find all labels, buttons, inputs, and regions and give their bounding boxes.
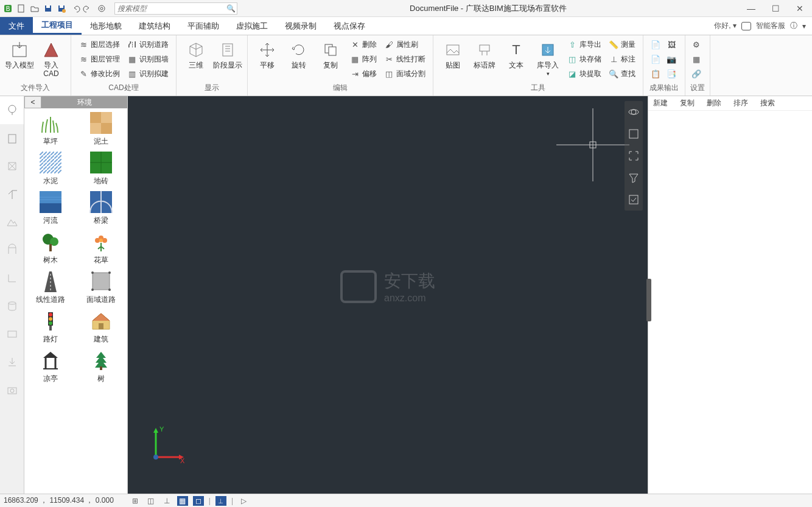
status-btn-5[interactable]: ◻ xyxy=(193,496,204,506)
output-btn-1[interactable]: 📄 xyxy=(648,38,663,51)
import-cad-button[interactable]: 导入CAD xyxy=(37,38,66,78)
rp-tab-search[interactable]: 搜索 xyxy=(760,98,775,108)
left-tab-building[interactable] xyxy=(0,124,24,152)
left-tab-lshape[interactable] xyxy=(0,264,24,292)
menu-tab-structure[interactable]: 建筑结构 xyxy=(130,17,179,35)
settings-icon[interactable] xyxy=(96,3,107,14)
identify-road-button[interactable]: ⛙识别道路 xyxy=(125,38,171,51)
minimize-button[interactable]: — xyxy=(739,0,763,17)
palette-item-river[interactable]: 河流 xyxy=(27,191,75,226)
status-btn-6[interactable]: ⟂ xyxy=(215,496,226,506)
left-tab-frame[interactable] xyxy=(0,152,24,180)
text-button[interactable]: T文本 xyxy=(502,38,531,69)
output-btn-2[interactable]: 🖼 xyxy=(664,38,679,51)
output-btn-5[interactable]: 📋 xyxy=(648,67,663,80)
line-break-button[interactable]: ✂线性打断 xyxy=(382,52,428,66)
checklist-button[interactable] xyxy=(625,189,643,211)
menu-tab-plane[interactable]: 平面辅助 xyxy=(179,17,228,35)
import-model-button[interactable]: 导入模型 xyxy=(5,38,34,69)
layer-manage-button[interactable]: ≋图层管理 xyxy=(76,52,122,66)
rp-tab-new[interactable]: 新建 xyxy=(653,98,668,108)
smart-service[interactable]: 智能客服 xyxy=(756,21,785,31)
logo-icon[interactable]: B xyxy=(2,3,13,14)
identify-build-button[interactable]: ▥识别拟建 xyxy=(125,67,171,80)
left-tab-gate[interactable] xyxy=(0,236,24,264)
rp-tab-copy[interactable]: 复制 xyxy=(680,98,695,108)
status-btn-7[interactable]: ▷ xyxy=(238,496,249,506)
menu-file[interactable]: 文件 xyxy=(0,17,33,35)
rp-tab-sort[interactable]: 排序 xyxy=(733,98,748,108)
menu-tab-terrain[interactable]: 地形地貌 xyxy=(82,17,130,35)
measure-button[interactable]: 📏测量 xyxy=(606,38,638,51)
output-btn-6[interactable]: 📑 xyxy=(664,67,679,80)
info-icon[interactable]: ⓘ xyxy=(790,21,797,31)
maximize-button[interactable]: ☐ xyxy=(763,0,788,17)
palette-item-tile[interactable]: 地砖 xyxy=(77,152,125,186)
offset-button[interactable]: ⇥偏移 xyxy=(348,67,379,80)
settings-btn-2[interactable]: ▦ xyxy=(690,52,702,66)
palette-item-lamp[interactable]: 路灯 xyxy=(27,310,75,344)
palette-item-trees[interactable]: 树木 xyxy=(27,231,75,265)
left-tab-crane[interactable] xyxy=(0,180,24,208)
settings-btn-1[interactable]: ⚙ xyxy=(690,38,702,51)
dropdown-icon[interactable]: ▾ xyxy=(802,22,806,30)
copy-button[interactable]: 复制 xyxy=(316,38,345,69)
redo-icon[interactable] xyxy=(83,3,94,14)
array-button[interactable]: ▦阵列 xyxy=(348,52,379,66)
status-btn-3[interactable]: ⊥ xyxy=(161,496,172,506)
identify-wall-button[interactable]: ▦识别围墙 xyxy=(125,52,171,66)
save-as-icon[interactable] xyxy=(56,3,67,14)
status-btn-2[interactable]: ◫ xyxy=(145,496,156,506)
output-btn-3[interactable]: 📄 xyxy=(648,52,663,66)
left-tab-cylinder[interactable] xyxy=(0,292,24,320)
left-tab-tree[interactable] xyxy=(0,96,24,124)
search-icon[interactable]: 🔍 xyxy=(225,4,237,13)
fullscreen-button[interactable] xyxy=(625,145,643,167)
palette-back-button[interactable]: < xyxy=(24,96,41,108)
block-extract-button[interactable]: ◪块提取 xyxy=(565,67,604,80)
lib-export-button[interactable]: ⇧库导出 xyxy=(565,38,604,51)
save-icon[interactable] xyxy=(43,3,54,14)
lib-import-button[interactable]: 库导入▾ xyxy=(533,38,562,77)
left-tab-camera[interactable] xyxy=(0,376,24,404)
left-tab-download[interactable] xyxy=(0,348,24,376)
palette-item-tree2[interactable]: 树 xyxy=(77,349,125,384)
phase-display-button[interactable]: 阶段显示 xyxy=(213,38,242,69)
output-btn-4[interactable]: 📷 xyxy=(664,52,679,66)
fit-button[interactable] xyxy=(625,123,643,145)
palette-item-flower[interactable]: 花草 xyxy=(77,231,125,265)
status-btn-4[interactable]: ▦ xyxy=(177,496,188,506)
greeting[interactable]: 你好, ▾ xyxy=(714,21,737,31)
find-button[interactable]: 🔍查找 xyxy=(606,67,638,80)
rp-tab-delete[interactable]: 删除 xyxy=(707,98,721,108)
palette-item-cement[interactable]: 水泥 xyxy=(27,152,75,186)
new-icon[interactable] xyxy=(16,3,27,14)
palette-item-grass[interactable]: 草坪 xyxy=(27,112,75,147)
block-save-button[interactable]: ◫块存储 xyxy=(565,52,604,66)
layer-select-button[interactable]: ≋图层选择 xyxy=(76,38,122,51)
menu-tab-viewpoint[interactable]: 视点保存 xyxy=(325,17,374,35)
menu-tab-project[interactable]: 工程项目 xyxy=(33,17,82,35)
delete-button[interactable]: ✕删除 xyxy=(348,38,379,51)
palette-item-bridge[interactable]: 桥梁 xyxy=(77,191,125,226)
rotate-button[interactable]: 旋转 xyxy=(284,38,313,69)
orbit-button[interactable] xyxy=(625,101,643,123)
palette-item-area-road[interactable]: 面域道路 xyxy=(77,270,125,305)
settings-btn-3[interactable]: 🔗 xyxy=(690,67,702,80)
left-tab-panel[interactable] xyxy=(0,320,24,348)
panel-splitter[interactable] xyxy=(646,279,651,321)
menu-tab-virtual[interactable]: 虚拟施工 xyxy=(228,17,276,35)
filter-button[interactable] xyxy=(625,167,643,189)
search-input[interactable] xyxy=(115,4,225,13)
close-button[interactable]: ✕ xyxy=(788,0,812,17)
face-split-button[interactable]: ◫面域分割 xyxy=(382,67,428,80)
menu-tab-video[interactable]: 视频录制 xyxy=(276,17,325,35)
view-3d-button[interactable]: 三维 xyxy=(181,38,211,69)
sign-button[interactable]: 标语牌 xyxy=(470,38,499,69)
open-icon[interactable] xyxy=(29,3,40,14)
paste-img-button[interactable]: 贴图 xyxy=(438,38,467,69)
status-btn-1[interactable]: ⊞ xyxy=(130,496,141,506)
palette-item-pavilion[interactable]: 凉亭 xyxy=(27,349,75,384)
move-button[interactable]: 平移 xyxy=(253,38,282,69)
annotate-button[interactable]: ⊥标注 xyxy=(606,52,638,66)
